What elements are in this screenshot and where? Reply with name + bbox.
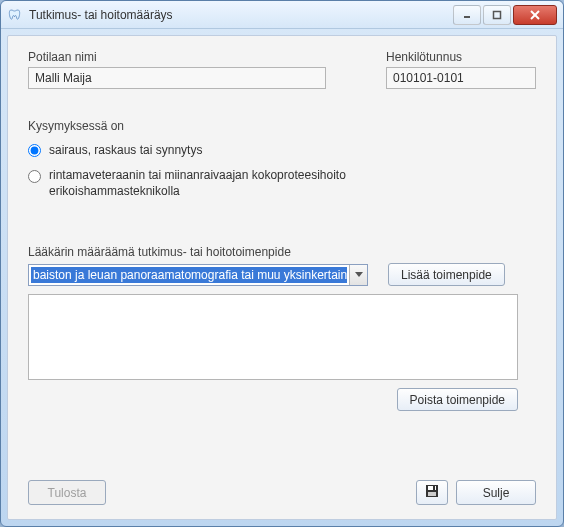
radio-option-veteran[interactable]: rintamaveteraanin tai miinanraivaajan ko… — [28, 167, 408, 199]
svg-rect-7 — [433, 486, 435, 490]
dialog-window: Tutkimus- tai hoitomääräys Potilaan nimi… — [0, 0, 564, 527]
chevron-down-icon[interactable] — [349, 265, 367, 285]
close-button[interactable]: Sulje — [456, 480, 536, 505]
radio-label-veteran: rintamaveteraanin tai miinanraivaajan ko… — [49, 167, 408, 199]
patient-id-label: Henkilötunnus — [386, 50, 536, 64]
close-window-button[interactable] — [513, 5, 557, 25]
window-title: Tutkimus- tai hoitomääräys — [29, 8, 451, 22]
svg-rect-8 — [428, 492, 436, 496]
patient-name-group: Potilaan nimi — [28, 50, 326, 89]
procedure-row: baiston ja leuan panoraamatomografia tai… — [28, 263, 536, 286]
radio-option-sickness[interactable]: sairaus, raskaus tai synnytys — [28, 143, 536, 157]
procedure-combobox[interactable]: baiston ja leuan panoraamatomografia tai… — [28, 264, 368, 286]
radio-input-veteran[interactable] — [28, 170, 41, 183]
minimize-button[interactable] — [453, 5, 481, 25]
footer: Tulosta Sulje — [28, 480, 536, 505]
svg-rect-1 — [494, 11, 501, 18]
procedure-listbox[interactable] — [28, 294, 518, 380]
patient-name-field[interactable] — [28, 67, 326, 89]
patient-id-group: Henkilötunnus — [386, 50, 536, 89]
remove-procedure-button[interactable]: Poista toimenpide — [397, 388, 518, 411]
patient-name-label: Potilaan nimi — [28, 50, 326, 64]
print-button[interactable]: Tulosta — [28, 480, 106, 505]
maximize-button[interactable] — [483, 5, 511, 25]
question-group-label: Kysymyksessä on — [28, 119, 536, 133]
procedure-selected-text: baiston ja leuan panoraamatomografia tai… — [31, 267, 347, 283]
procedure-label: Lääkärin määräämä tutkimus- tai hoitotoi… — [28, 245, 536, 259]
tooth-icon — [7, 7, 23, 23]
patient-row: Potilaan nimi Henkilötunnus — [28, 50, 536, 89]
svg-marker-4 — [355, 272, 363, 277]
add-procedure-button[interactable]: Lisää toimenpide — [388, 263, 505, 286]
radio-input-sickness[interactable] — [28, 144, 41, 157]
radio-label-sickness: sairaus, raskaus tai synnytys — [49, 143, 202, 157]
patient-id-field[interactable] — [386, 67, 536, 89]
titlebar[interactable]: Tutkimus- tai hoitomääräys — [1, 1, 563, 29]
save-button[interactable] — [416, 480, 448, 505]
client-area: Potilaan nimi Henkilötunnus Kysymyksessä… — [7, 35, 557, 520]
floppy-icon — [425, 484, 439, 501]
